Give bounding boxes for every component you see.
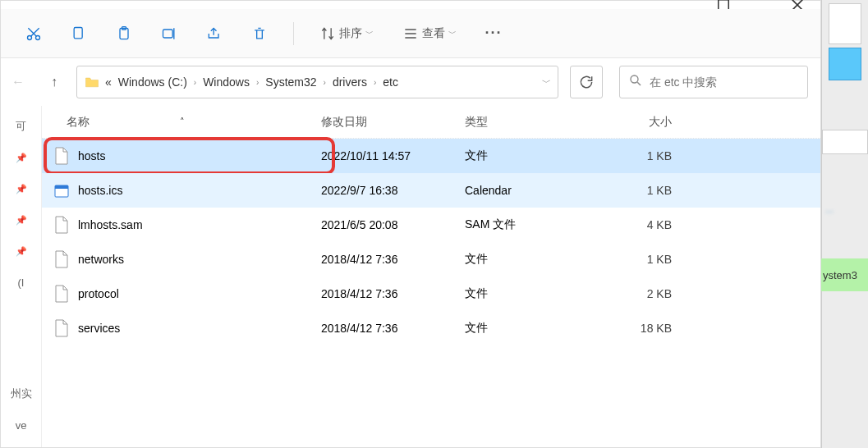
breadcrumb-item[interactable]: Windows (C:) <box>117 72 189 92</box>
view-icon <box>402 25 419 42</box>
chevron-right-icon: › <box>372 78 378 87</box>
svg-rect-10 <box>163 30 173 38</box>
file-icon <box>53 249 70 269</box>
breadcrumb-prefix: « <box>103 72 113 92</box>
background-tab <box>822 130 868 154</box>
file-name: services <box>78 322 120 335</box>
sidebar-item[interactable]: 📌 <box>1 142 41 173</box>
file-name: hosts <box>78 149 105 162</box>
titlebar <box>1 1 820 9</box>
file-type: 文件 <box>465 252 596 267</box>
file-row[interactable]: hosts.ics 2022/9/7 16:38 Calendar 1 KB <box>42 173 820 208</box>
sidebar-item[interactable]: 可 <box>1 111 41 142</box>
pin-icon: 📌 <box>16 215 27 226</box>
file-date: 2018/4/12 7:36 <box>321 253 465 266</box>
breadcrumb-item[interactable]: Windows <box>201 72 251 92</box>
search-input[interactable] <box>650 75 799 89</box>
sidebar-item[interactable]: 州实 <box>1 378 41 409</box>
file-size: 4 KB <box>596 218 678 231</box>
file-name: hosts.ics <box>78 184 122 197</box>
file-date: 2022/9/7 16:38 <box>321 184 465 197</box>
address-row: ← ↑ « Windows (C:) › Windows › System32 … <box>1 58 820 106</box>
column-header: 名称 ˄ 修改日期 类型 大小 <box>42 106 820 139</box>
file-row[interactable]: hosts 2022/10/11 14:57 文件 1 KB <box>42 139 820 173</box>
breadcrumb-item[interactable]: System32 <box>264 72 318 92</box>
copy-button[interactable] <box>62 17 95 50</box>
cut-icon <box>25 25 42 42</box>
sidebar-item[interactable]: 📌 <box>1 235 41 267</box>
delete-button[interactable] <box>243 17 276 50</box>
cut-button[interactable] <box>17 17 50 50</box>
file-type: 文件 <box>465 286 596 301</box>
sort-icon <box>319 25 336 42</box>
file-row[interactable]: lmhosts.sam 2021/6/5 20:08 SAM 文件 4 KB <box>42 208 820 242</box>
search-box[interactable] <box>619 66 808 98</box>
file-list: hosts 2022/10/11 14:57 文件 1 KB hosts.ics… <box>42 139 820 447</box>
pin-icon: 📌 <box>16 153 27 163</box>
file-icon <box>53 318 70 338</box>
sidebar-item[interactable] <box>1 298 41 329</box>
file-type: SAM 文件 <box>465 217 596 232</box>
chevron-right-icon: › <box>322 78 328 87</box>
file-type: 文件 <box>465 321 596 336</box>
svg-point-15 <box>631 75 638 83</box>
background-window-strip: ... ystem3 <box>821 0 868 448</box>
rename-icon <box>161 25 177 42</box>
column-size-header[interactable]: 大小 <box>596 115 678 130</box>
file-icon <box>53 284 70 304</box>
share-icon <box>206 25 223 42</box>
more-button[interactable]: ··· <box>477 17 510 50</box>
chevron-right-icon: › <box>255 78 260 87</box>
file-icon <box>53 146 70 166</box>
refresh-icon <box>578 74 595 90</box>
paste-icon <box>116 25 132 42</box>
pin-icon: 📌 <box>16 184 27 194</box>
sidebar-item[interactable]: 📌 <box>1 204 41 235</box>
share-button[interactable] <box>198 17 231 50</box>
svg-rect-7 <box>74 27 82 38</box>
body: 可 📌 📌 📌 📌 (I 州实 ve 名称 ˄ 修改日期 类型 大小 <box>1 106 820 447</box>
sort-asc-icon: ˄ <box>180 117 185 127</box>
view-button[interactable]: 查看 ﹀ <box>394 21 465 47</box>
column-date-header[interactable]: 修改日期 <box>321 115 465 130</box>
chevron-down-icon: ﹀ <box>448 28 457 39</box>
file-row[interactable]: services 2018/4/12 7:36 文件 18 KB <box>42 311 820 345</box>
chevron-right-icon: › <box>192 78 198 87</box>
sidebar-item[interactable]: ve <box>1 409 41 441</box>
column-name-header[interactable]: 名称 ˄ <box>42 115 321 130</box>
paste-button[interactable] <box>108 17 140 50</box>
file-icon <box>53 215 70 235</box>
back-button[interactable]: ← <box>4 68 32 96</box>
toolbar: 排序 ﹀ 查看 ﹀ ··· <box>1 9 820 58</box>
sidebar-item[interactable]: 📌 <box>1 173 41 204</box>
breadcrumb-item[interactable]: drivers <box>331 72 369 92</box>
file-date: 2018/4/12 7:36 <box>321 322 465 335</box>
blurred-text: ... <box>825 203 865 215</box>
thumbnail <box>829 48 861 80</box>
delete-icon <box>251 25 268 42</box>
file-name: lmhosts.sam <box>78 218 143 231</box>
column-type-header[interactable]: 类型 <box>465 115 596 130</box>
background-tabbar <box>822 130 868 154</box>
up-button[interactable]: ↑ <box>40 68 68 96</box>
file-size: 1 KB <box>596 253 678 266</box>
breadcrumb-item[interactable]: etc <box>381 72 400 92</box>
file-row[interactable]: networks 2018/4/12 7:36 文件 1 KB <box>42 242 820 277</box>
sort-button[interactable]: 排序 ﹀ <box>311 21 382 47</box>
file-row[interactable]: protocol 2018/4/12 7:36 文件 2 KB <box>42 277 820 311</box>
rename-button[interactable] <box>153 17 186 50</box>
file-type: Calendar <box>465 184 596 197</box>
chevron-down-icon: ﹀ <box>365 28 374 39</box>
file-date: 2018/4/12 7:36 <box>321 287 465 300</box>
pin-icon: 📌 <box>16 246 27 257</box>
file-explorer-window: 排序 ﹀ 查看 ﹀ ··· ← ↑ « Windows (C:) › Windo… <box>0 0 821 448</box>
address-bar[interactable]: « Windows (C:) › Windows › System32 › dr… <box>76 66 558 98</box>
thumbnail <box>829 3 861 44</box>
file-date: 2021/6/5 20:08 <box>321 218 465 231</box>
chevron-down-icon[interactable]: ﹀ <box>542 76 551 89</box>
refresh-button[interactable] <box>570 66 603 98</box>
svg-line-16 <box>637 82 641 85</box>
file-size: 18 KB <box>596 322 678 335</box>
search-icon <box>628 73 643 91</box>
sidebar-item[interactable]: (I <box>1 267 41 298</box>
